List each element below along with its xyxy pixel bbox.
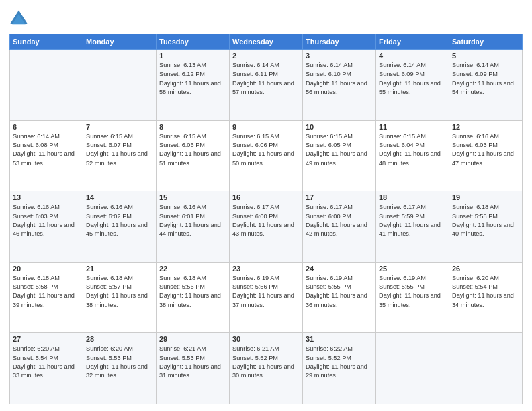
weekday-header: Sunday <box>10 34 83 50</box>
day-number: 13 <box>13 193 80 201</box>
day-number: 27 <box>13 335 80 343</box>
cell-info: Sunrise: 6:17 AMSunset: 5:59 PMDaylight:… <box>379 203 446 238</box>
calendar-cell: 4Sunrise: 6:14 AMSunset: 6:09 PMDaylight… <box>376 50 449 121</box>
cell-info: Sunrise: 6:15 AMSunset: 6:06 PMDaylight:… <box>232 132 300 168</box>
calendar-cell: 7Sunrise: 6:15 AMSunset: 6:07 PMDaylight… <box>83 120 157 191</box>
day-number: 14 <box>86 193 153 201</box>
cell-info: Sunrise: 6:19 AMSunset: 5:55 PMDaylight:… <box>306 274 373 310</box>
cell-info: Sunrise: 6:16 AMSunset: 6:01 PMDaylight:… <box>159 203 226 238</box>
day-number: 7 <box>86 123 153 131</box>
day-number: 25 <box>379 265 446 273</box>
calendar-cell: 8Sunrise: 6:15 AMSunset: 6:06 PMDaylight… <box>157 120 230 191</box>
day-number: 24 <box>306 265 373 273</box>
cell-info: Sunrise: 6:20 AMSunset: 5:54 PMDaylight:… <box>452 274 519 310</box>
weekday-header: Tuesday <box>157 34 230 50</box>
calendar-cell <box>449 333 523 404</box>
cell-info: Sunrise: 6:15 AMSunset: 6:05 PMDaylight:… <box>306 132 373 168</box>
calendar-cell: 1Sunrise: 6:13 AMSunset: 6:12 PMDaylight… <box>157 50 230 121</box>
logo <box>9 9 30 28</box>
cell-info: Sunrise: 6:16 AMSunset: 6:02 PMDaylight:… <box>86 203 153 238</box>
cell-info: Sunrise: 6:17 AMSunset: 6:00 PMDaylight:… <box>232 203 300 238</box>
weekday-header: Thursday <box>303 34 376 50</box>
calendar-cell <box>83 50 157 121</box>
cell-info: Sunrise: 6:20 AMSunset: 5:53 PMDaylight:… <box>86 345 153 380</box>
day-number: 17 <box>306 193 373 201</box>
cell-info: Sunrise: 6:19 AMSunset: 5:56 PMDaylight:… <box>232 274 300 310</box>
calendar-cell: 3Sunrise: 6:14 AMSunset: 6:10 PMDaylight… <box>303 50 376 121</box>
weekday-header: Wednesday <box>230 34 303 50</box>
day-number: 9 <box>232 123 300 131</box>
calendar-cell <box>376 333 449 404</box>
cell-info: Sunrise: 6:20 AMSunset: 5:54 PMDaylight:… <box>13 345 80 380</box>
logo-icon <box>9 9 28 28</box>
day-number: 23 <box>232 265 300 273</box>
cell-info: Sunrise: 6:18 AMSunset: 5:56 PMDaylight:… <box>159 274 226 310</box>
calendar-cell: 2Sunrise: 6:14 AMSunset: 6:11 PMDaylight… <box>230 50 303 121</box>
calendar-week: 6Sunrise: 6:14 AMSunset: 6:08 PMDaylight… <box>10 120 523 191</box>
cell-info: Sunrise: 6:16 AMSunset: 6:03 PMDaylight:… <box>452 132 519 168</box>
cell-info: Sunrise: 6:14 AMSunset: 6:09 PMDaylight:… <box>452 61 519 97</box>
calendar-cell: 14Sunrise: 6:16 AMSunset: 6:02 PMDayligh… <box>83 191 157 263</box>
day-number: 6 <box>13 123 80 131</box>
calendar-header: SundayMondayTuesdayWednesdayThursdayFrid… <box>10 34 523 50</box>
calendar-week: 1Sunrise: 6:13 AMSunset: 6:12 PMDaylight… <box>10 50 523 121</box>
calendar-cell: 29Sunrise: 6:21 AMSunset: 5:53 PMDayligh… <box>157 333 230 404</box>
calendar-cell: 18Sunrise: 6:17 AMSunset: 5:59 PMDayligh… <box>376 191 449 263</box>
day-number: 12 <box>452 123 519 131</box>
day-number: 3 <box>306 52 373 60</box>
day-number: 15 <box>159 193 226 201</box>
day-number: 11 <box>379 123 446 131</box>
weekday-header: Monday <box>83 34 157 50</box>
cell-info: Sunrise: 6:16 AMSunset: 6:03 PMDaylight:… <box>13 203 80 238</box>
day-number: 18 <box>379 193 446 201</box>
calendar-cell: 17Sunrise: 6:17 AMSunset: 6:00 PMDayligh… <box>303 191 376 263</box>
calendar-week: 20Sunrise: 6:18 AMSunset: 5:58 PMDayligh… <box>10 262 523 333</box>
calendar-cell: 12Sunrise: 6:16 AMSunset: 6:03 PMDayligh… <box>449 120 523 191</box>
cell-info: Sunrise: 6:21 AMSunset: 5:53 PMDaylight:… <box>159 345 226 380</box>
day-number: 28 <box>86 335 153 343</box>
calendar-cell: 30Sunrise: 6:21 AMSunset: 5:52 PMDayligh… <box>230 333 303 404</box>
calendar-table: SundayMondayTuesdayWednesdayThursdayFrid… <box>9 34 523 404</box>
calendar-cell: 20Sunrise: 6:18 AMSunset: 5:58 PMDayligh… <box>10 262 83 333</box>
calendar-week: 13Sunrise: 6:16 AMSunset: 6:03 PMDayligh… <box>10 191 523 263</box>
calendar-cell: 13Sunrise: 6:16 AMSunset: 6:03 PMDayligh… <box>10 191 83 263</box>
day-number: 5 <box>452 52 519 60</box>
header <box>9 7 523 28</box>
day-number: 2 <box>232 52 300 60</box>
day-number: 26 <box>452 265 519 273</box>
calendar-week: 27Sunrise: 6:20 AMSunset: 5:54 PMDayligh… <box>10 333 523 404</box>
calendar-cell: 22Sunrise: 6:18 AMSunset: 5:56 PMDayligh… <box>157 262 230 333</box>
cell-info: Sunrise: 6:14 AMSunset: 6:10 PMDaylight:… <box>306 61 373 97</box>
cell-info: Sunrise: 6:15 AMSunset: 6:07 PMDaylight:… <box>86 132 153 168</box>
day-number: 20 <box>13 265 80 273</box>
calendar-cell: 31Sunrise: 6:22 AMSunset: 5:52 PMDayligh… <box>303 333 376 404</box>
calendar-cell: 10Sunrise: 6:15 AMSunset: 6:05 PMDayligh… <box>303 120 376 191</box>
day-number: 31 <box>306 335 373 343</box>
calendar-cell: 21Sunrise: 6:18 AMSunset: 5:57 PMDayligh… <box>83 262 157 333</box>
day-number: 4 <box>379 52 446 60</box>
cell-info: Sunrise: 6:21 AMSunset: 5:52 PMDaylight:… <box>232 345 300 380</box>
day-number: 19 <box>452 193 519 201</box>
day-number: 22 <box>159 265 226 273</box>
weekday-row: SundayMondayTuesdayWednesdayThursdayFrid… <box>10 34 523 50</box>
cell-info: Sunrise: 6:17 AMSunset: 6:00 PMDaylight:… <box>306 203 373 238</box>
calendar-cell: 9Sunrise: 6:15 AMSunset: 6:06 PMDaylight… <box>230 120 303 191</box>
calendar-cell: 15Sunrise: 6:16 AMSunset: 6:01 PMDayligh… <box>157 191 230 263</box>
calendar-cell: 25Sunrise: 6:19 AMSunset: 5:55 PMDayligh… <box>376 262 449 333</box>
day-number: 1 <box>159 52 226 60</box>
calendar-cell: 11Sunrise: 6:15 AMSunset: 6:04 PMDayligh… <box>376 120 449 191</box>
calendar-cell: 27Sunrise: 6:20 AMSunset: 5:54 PMDayligh… <box>10 333 83 404</box>
day-number: 29 <box>159 335 226 343</box>
cell-info: Sunrise: 6:14 AMSunset: 6:08 PMDaylight:… <box>13 132 80 168</box>
calendar-cell <box>10 50 83 121</box>
calendar-cell: 6Sunrise: 6:14 AMSunset: 6:08 PMDaylight… <box>10 120 83 191</box>
calendar-cell: 5Sunrise: 6:14 AMSunset: 6:09 PMDaylight… <box>449 50 523 121</box>
page: SundayMondayTuesdayWednesdayThursdayFrid… <box>0 0 532 411</box>
cell-info: Sunrise: 6:13 AMSunset: 6:12 PMDaylight:… <box>159 61 226 97</box>
weekday-header: Saturday <box>449 34 523 50</box>
calendar-cell: 23Sunrise: 6:19 AMSunset: 5:56 PMDayligh… <box>230 262 303 333</box>
cell-info: Sunrise: 6:14 AMSunset: 6:11 PMDaylight:… <box>232 61 300 97</box>
day-number: 30 <box>232 335 300 343</box>
cell-info: Sunrise: 6:15 AMSunset: 6:06 PMDaylight:… <box>159 132 226 168</box>
cell-info: Sunrise: 6:18 AMSunset: 5:57 PMDaylight:… <box>86 274 153 310</box>
